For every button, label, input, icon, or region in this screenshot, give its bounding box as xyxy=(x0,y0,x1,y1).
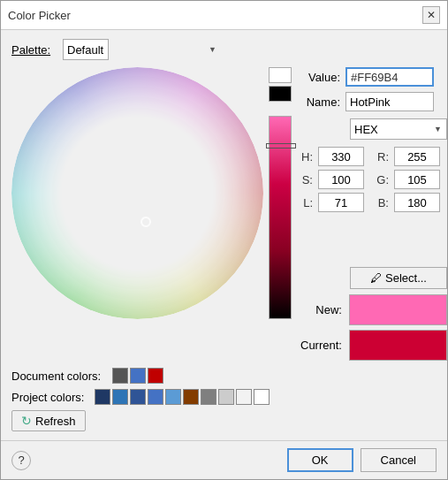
strip-handle[interactable] xyxy=(266,143,296,149)
proj-swatch-6[interactable] xyxy=(183,389,199,405)
refresh-label: Refresh xyxy=(35,415,76,428)
proj-swatch-4[interactable] xyxy=(148,389,163,405)
hsl-rgb-grid: H: R: S: G: L: B: xyxy=(300,147,447,212)
new-current-grid: New: Current: xyxy=(300,294,447,361)
proj-swatches xyxy=(95,389,270,405)
current-color-box[interactable] xyxy=(349,330,447,361)
format-select[interactable]: HEX RGB HSL xyxy=(350,118,447,140)
dropper-icon: 🖊 xyxy=(370,271,382,285)
doc-swatch-2[interactable] xyxy=(130,368,146,384)
cancel-button[interactable]: Cancel xyxy=(361,448,437,472)
dialog-body: Palette: Default xyxy=(1,30,447,440)
select-label: Select... xyxy=(385,271,427,285)
l-label: L: xyxy=(300,196,313,210)
color-picker-dialog: Color Picker ✕ Palette: Default xyxy=(0,0,448,480)
gradient-strip-container xyxy=(269,67,292,319)
color-squares xyxy=(269,67,292,102)
ok-button[interactable]: OK xyxy=(287,448,353,472)
current-label: Current: xyxy=(300,339,342,352)
background-color-square[interactable] xyxy=(269,86,292,102)
proj-swatch-8[interactable] xyxy=(218,389,234,405)
doc-swatch-3[interactable] xyxy=(148,368,163,384)
main-area: Value: Name: HEX RGB HSL xyxy=(11,67,437,361)
project-colors-row: Project colors: xyxy=(11,389,437,405)
b-label: B: xyxy=(376,196,389,210)
palette-select[interactable]: Default xyxy=(63,39,109,60)
refresh-row: ↻ Refresh xyxy=(11,410,437,431)
doc-swatch-1[interactable] xyxy=(112,368,128,384)
title-bar: Color Picker ✕ xyxy=(1,1,447,30)
color-wheel-canvas[interactable] xyxy=(11,67,263,319)
middle-row xyxy=(11,67,292,361)
proj-swatch-1[interactable] xyxy=(95,389,110,405)
h-input[interactable] xyxy=(318,147,364,166)
bottom-section: Document colors: Project colors: xyxy=(11,368,437,431)
value-row: Value: xyxy=(300,67,447,87)
s-label: S: xyxy=(300,173,313,187)
h-label: H: xyxy=(300,150,313,164)
palette-select-wrapper: Default xyxy=(63,39,222,60)
select-button[interactable]: 🖊 Select... xyxy=(350,267,447,289)
proj-swatch-2[interactable] xyxy=(112,389,128,405)
doc-colors-label: Document colors: xyxy=(11,370,109,383)
format-select-wrapper: HEX RGB HSL xyxy=(350,118,447,140)
refresh-button[interactable]: ↻ Refresh xyxy=(11,410,86,431)
proj-swatch-5[interactable] xyxy=(165,389,181,405)
footer-buttons: OK Cancel xyxy=(287,448,437,472)
r-label: R: xyxy=(376,150,389,164)
name-input[interactable] xyxy=(345,92,434,111)
gradient-strip[interactable] xyxy=(269,116,292,319)
new-label: New: xyxy=(300,303,342,316)
color-wheel-container[interactable] xyxy=(11,67,263,319)
name-row: Name: xyxy=(300,92,447,111)
b-input[interactable] xyxy=(394,193,440,212)
dialog-title: Color Picker xyxy=(8,9,71,22)
proj-swatch-10[interactable] xyxy=(254,389,270,405)
project-colors-label: Project colors: xyxy=(11,391,91,404)
value-label: Value: xyxy=(300,71,340,84)
help-icon: ? xyxy=(18,453,24,467)
doc-swatches xyxy=(112,368,163,384)
proj-swatch-7[interactable] xyxy=(201,389,216,405)
help-button[interactable]: ? xyxy=(11,451,31,470)
g-input[interactable] xyxy=(394,170,440,189)
proj-swatch-3[interactable] xyxy=(130,389,146,405)
palette-row: Palette: Default xyxy=(11,39,437,60)
right-panel: Value: Name: HEX RGB HSL xyxy=(300,67,447,361)
name-label: Name: xyxy=(300,95,340,109)
l-input[interactable] xyxy=(318,193,364,212)
proj-swatch-9[interactable] xyxy=(236,389,252,405)
r-input[interactable] xyxy=(394,147,440,166)
refresh-icon: ↻ xyxy=(21,414,32,428)
dialog-footer: ? OK Cancel xyxy=(1,440,447,479)
right-bottom: 🖊 Select... New: Current: xyxy=(300,267,447,361)
new-color-box[interactable] xyxy=(349,294,447,325)
s-input[interactable] xyxy=(318,170,364,189)
value-input[interactable] xyxy=(345,67,434,87)
g-label: G: xyxy=(376,173,389,187)
close-button[interactable]: ✕ xyxy=(422,6,440,24)
doc-colors-row: Document colors: xyxy=(11,368,437,384)
palette-label: Palette: xyxy=(11,43,56,57)
foreground-color-square[interactable] xyxy=(269,67,292,83)
